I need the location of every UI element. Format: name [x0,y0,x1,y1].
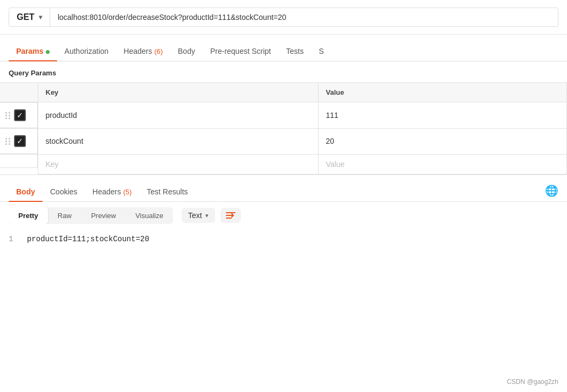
tab-pre-request-script[interactable]: Pre-request Script [203,39,279,61]
format-pretty-button[interactable]: Pretty [9,207,48,224]
text-format-chevron-icon: ▾ [205,212,209,219]
tab-body[interactable]: Body [170,39,203,61]
drag-handle-icon [5,112,11,119]
line-number: 1 [9,235,13,243]
key-cell[interactable]: productId [38,102,318,129]
row-controls: ✓ [0,102,38,128]
response-body: 1 productId=111;stockCount=20 [0,229,567,249]
wrap-lines-icon [226,212,236,219]
code-line-content: productId=111;stockCount=20 [27,235,149,243]
params-table: Key Value ✓ productId 111 [0,82,567,174]
value-cell[interactable]: 20 [318,128,567,154]
method-chevron-icon: ▾ [39,13,42,21]
params-dot [46,50,50,54]
row-controls: ✓ [0,128,38,154]
tab-headers[interactable]: Headers (6) [116,39,170,61]
resp-tab-right: 🌐 [545,184,558,201]
drag-handle-icon [5,138,11,145]
col-key: Key [38,83,318,102]
key-cell[interactable]: stockCount [38,128,318,154]
tab-tests[interactable]: Tests [279,39,312,61]
value-cell[interactable]: 111 [318,102,567,129]
format-raw-button[interactable]: Raw [48,207,81,224]
table-row: ✓ stockCount 20 [0,128,567,154]
tab-params[interactable]: Params [9,39,57,61]
col-value: Value [318,83,567,102]
format-preview-button[interactable]: Preview [81,207,126,224]
resp-tab-headers[interactable]: Headers (5) [85,180,140,201]
key-placeholder[interactable]: Key [38,154,318,174]
col-controls [0,83,38,102]
checkmark-icon: ✓ [17,137,23,145]
method-selector[interactable]: GET ▾ [9,8,50,27]
resp-tab-cookies[interactable]: Cookies [43,180,85,201]
watermark: CSDN @gaog2zh [507,378,558,386]
response-tabs: Body Cookies Headers (5) Test Results 🌐 [0,175,567,202]
row-checkbox[interactable]: ✓ [14,135,26,147]
checkmark-icon: ✓ [17,111,23,119]
wrap-button[interactable] [220,208,241,223]
headers-badge: (6) [154,47,163,55]
row-controls-empty [0,154,38,168]
format-toolbar: Pretty Raw Preview Visualize Text ▾ [0,202,567,229]
query-params-label: Query Params [0,61,567,82]
response-section: Body Cookies Headers (5) Test Results 🌐 … [0,174,567,249]
value-placeholder[interactable]: Value [318,154,567,174]
url-bar: GET ▾ [0,0,567,34]
resp-tab-test-results[interactable]: Test Results [139,180,195,201]
tab-authorization[interactable]: Authorization [57,39,116,61]
resp-tab-body[interactable]: Body [9,180,43,201]
globe-icon[interactable]: 🌐 [545,184,558,197]
resp-headers-badge: (5) [123,188,132,196]
placeholder-row: Key Value [0,154,567,174]
request-tabs: Params Authorization Headers (6) Body Pr… [0,34,567,61]
table-row: ✓ productId 111 [0,102,567,129]
method-label: GET [17,12,34,22]
text-format-selector[interactable]: Text ▾ [182,208,215,223]
format-visualize-button[interactable]: Visualize [126,207,173,224]
url-input[interactable] [50,8,558,27]
text-format-label: Text [188,211,202,220]
format-btn-group: Pretty Raw Preview Visualize [9,207,173,224]
row-checkbox[interactable]: ✓ [14,109,26,121]
tab-settings[interactable]: S [311,39,331,61]
